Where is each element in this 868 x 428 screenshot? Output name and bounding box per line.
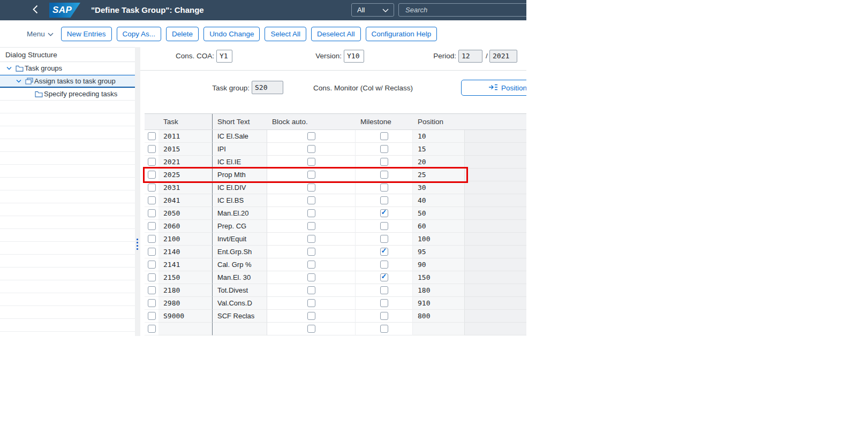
milestone-checkbox[interactable]: [380, 196, 388, 204]
row-select-checkbox[interactable]: [148, 235, 156, 243]
short-text-cell[interactable]: IC El.IE: [213, 156, 267, 169]
task-group-field[interactable]: S20: [252, 81, 283, 94]
tree-item-assign-tasks-to-task-group[interactable]: Assign tasks to task group: [0, 75, 135, 88]
block-auto-checkbox[interactable]: [307, 325, 315, 333]
milestone-checkbox[interactable]: [380, 299, 388, 307]
task-cell[interactable]: 2180: [158, 284, 213, 297]
block-auto-checkbox[interactable]: [307, 286, 315, 294]
toolbar-button-copy-as[interactable]: Copy As...: [117, 27, 162, 41]
milestone-checkbox[interactable]: [380, 325, 388, 333]
position-cell[interactable]: 30: [413, 181, 465, 194]
milestone-checkbox[interactable]: [380, 312, 388, 320]
short-text-cell[interactable]: IPI: [213, 143, 267, 156]
tree-item-specify-preceding-tasks[interactable]: Specify preceding tasks: [0, 88, 135, 101]
column-header-milestone[interactable]: Milestone: [356, 114, 413, 129]
row-select-checkbox[interactable]: [148, 158, 156, 166]
row-select-checkbox[interactable]: [148, 171, 156, 179]
position-cell[interactable]: [413, 323, 465, 335]
block-auto-checkbox[interactable]: [307, 312, 315, 320]
milestone-checkbox[interactable]: [380, 209, 388, 217]
position-cell[interactable]: 50: [413, 207, 465, 220]
short-text-cell[interactable]: Tot.Divest: [213, 284, 267, 297]
task-cell[interactable]: 2011: [158, 130, 213, 143]
toolbar-button-new-entries[interactable]: New Entries: [61, 27, 112, 41]
block-auto-checkbox[interactable]: [307, 184, 315, 192]
position-cell[interactable]: 25: [413, 169, 465, 181]
short-text-cell[interactable]: IC El.Sale: [213, 130, 267, 143]
version-field[interactable]: Y10: [344, 50, 364, 63]
block-auto-checkbox[interactable]: [307, 209, 315, 217]
row-select-checkbox[interactable]: [148, 209, 156, 217]
block-auto-checkbox[interactable]: [307, 261, 315, 269]
milestone-checkbox[interactable]: [380, 248, 388, 256]
task-cell[interactable]: 2021: [158, 156, 213, 169]
position-cell[interactable]: 150: [413, 271, 465, 284]
short-text-cell[interactable]: [213, 323, 267, 335]
short-text-cell[interactable]: Man.El.20: [213, 207, 267, 220]
cons-coa-field[interactable]: Y1: [216, 50, 232, 63]
milestone-checkbox[interactable]: [380, 171, 388, 179]
row-select-checkbox[interactable]: [148, 261, 156, 269]
tree-expand-chevron-icon[interactable]: [14, 80, 24, 83]
task-cell[interactable]: [158, 323, 213, 335]
position-cell[interactable]: 15: [413, 143, 465, 156]
block-auto-checkbox[interactable]: [307, 248, 315, 256]
row-select-checkbox[interactable]: [148, 222, 156, 230]
position-cell[interactable]: 180: [413, 284, 465, 297]
block-auto-checkbox[interactable]: [307, 235, 315, 243]
task-cell[interactable]: 2031: [158, 181, 213, 194]
row-select-checkbox[interactable]: [148, 196, 156, 204]
panel-splitter[interactable]: [135, 47, 140, 336]
short-text-cell[interactable]: Prop Mth: [213, 169, 267, 181]
short-text-cell[interactable]: Cal. Grp %: [213, 258, 267, 271]
year-field[interactable]: 2021: [489, 50, 517, 63]
position-cell[interactable]: 20: [413, 156, 465, 169]
task-cell[interactable]: 2980: [158, 297, 213, 310]
position-cell[interactable]: 800: [413, 310, 465, 323]
row-select-checkbox[interactable]: [148, 273, 156, 281]
short-text-cell[interactable]: IC El.DIV: [213, 181, 267, 194]
task-cell[interactable]: 2060: [158, 220, 213, 233]
milestone-checkbox[interactable]: [380, 184, 388, 192]
search-scope-select[interactable]: All: [351, 3, 394, 17]
position-cell[interactable]: 910: [413, 297, 465, 310]
task-cell[interactable]: 2100: [158, 233, 213, 246]
milestone-checkbox[interactable]: [380, 235, 388, 243]
block-auto-checkbox[interactable]: [307, 145, 315, 153]
short-text-cell[interactable]: Prep. CG: [213, 220, 267, 233]
tree-item-task-groups[interactable]: Task groups: [0, 62, 135, 75]
milestone-checkbox[interactable]: [380, 222, 388, 230]
position-cell[interactable]: 60: [413, 220, 465, 233]
row-select-checkbox[interactable]: [148, 286, 156, 294]
toolbar-button-deselect-all[interactable]: Deselect All: [311, 27, 361, 41]
menu-button[interactable]: Menu: [27, 30, 54, 38]
block-auto-checkbox[interactable]: [307, 196, 315, 204]
toolbar-button-undo-change[interactable]: Undo Change: [203, 27, 260, 41]
row-select-checkbox[interactable]: [148, 184, 156, 192]
block-auto-checkbox[interactable]: [307, 132, 315, 140]
milestone-checkbox[interactable]: [380, 132, 388, 140]
task-cell[interactable]: 2050: [158, 207, 213, 220]
back-button[interactable]: [28, 0, 41, 20]
row-select-checkbox[interactable]: [148, 325, 156, 333]
milestone-checkbox[interactable]: [380, 286, 388, 294]
block-auto-checkbox[interactable]: [307, 158, 315, 166]
tree-expand-chevron-icon[interactable]: [4, 67, 14, 70]
short-text-cell[interactable]: IC El.BS: [213, 194, 267, 207]
short-text-cell[interactable]: Man.El. 30: [213, 271, 267, 284]
short-text-cell[interactable]: SCF Reclas: [213, 310, 267, 323]
row-select-checkbox[interactable]: [148, 132, 156, 140]
row-select-checkbox[interactable]: [148, 145, 156, 153]
task-cell[interactable]: 2141: [158, 258, 213, 271]
block-auto-checkbox[interactable]: [307, 171, 315, 179]
position-cell[interactable]: 95: [413, 246, 465, 258]
position-button[interactable]: Position: [461, 80, 526, 96]
period-field[interactable]: 12: [458, 50, 482, 63]
short-text-cell[interactable]: Ent.Grp.Sh: [213, 246, 267, 258]
milestone-checkbox[interactable]: [380, 145, 388, 153]
column-header-position[interactable]: Position: [413, 114, 465, 129]
task-cell[interactable]: 2140: [158, 246, 213, 258]
block-auto-checkbox[interactable]: [307, 222, 315, 230]
position-cell[interactable]: 40: [413, 194, 465, 207]
toolbar-button-delete[interactable]: Delete: [166, 27, 199, 41]
